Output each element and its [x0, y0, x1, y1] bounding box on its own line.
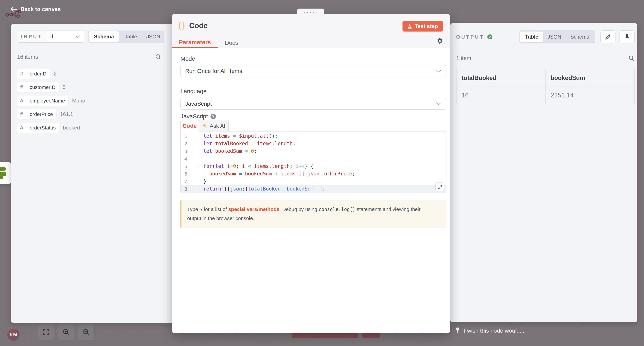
- back-to-canvas-label: Back to canvas: [20, 6, 61, 12]
- output-header-row: totalBookedbookedSum: [456, 69, 634, 87]
- code-token: [242, 148, 245, 154]
- fold-chevron-icon[interactable]: ⌄: [194, 162, 200, 170]
- code-token: =: [245, 148, 248, 154]
- code-line-1: 1let items = $input.all();: [181, 132, 446, 140]
- code-token: let: [203, 141, 212, 146]
- floating-input-node-if[interactable]: [0, 162, 12, 184]
- chevron-down-icon: [75, 35, 80, 38]
- code-token: bookedSum: [215, 148, 242, 154]
- arrow-left-icon: [10, 6, 17, 12]
- output-tab-json[interactable]: JSON: [544, 32, 565, 42]
- code-token: [254, 141, 257, 146]
- code-token: totalBooked: [215, 141, 248, 146]
- input-items-bar: 16 items: [17, 53, 161, 60]
- schema-field-customerID[interactable]: #customerID5: [17, 82, 66, 92]
- mode-select[interactable]: Run Once for All Items: [180, 65, 446, 77]
- expand-editor-button[interactable]: [435, 182, 444, 191]
- pencil-icon: [604, 34, 611, 40]
- fit-view-button[interactable]: [38, 324, 54, 340]
- tab-docs[interactable]: Docs: [218, 37, 245, 48]
- input-tab-schema[interactable]: Schema: [89, 31, 119, 42]
- output-cell: 2251.14: [546, 87, 634, 104]
- code-token: }}];: [314, 186, 325, 192]
- input-tab-json[interactable]: JSON: [143, 31, 164, 42]
- schema-field-orderID[interactable]: #orderID2: [17, 69, 56, 79]
- code-token: i: [227, 163, 230, 169]
- string-type-icon: A: [17, 123, 26, 133]
- node-feedback-link[interactable]: I wish this node would...: [455, 326, 524, 335]
- input-tab-table[interactable]: Table: [119, 31, 143, 42]
- feedback-label: I wish this node would...: [464, 328, 524, 334]
- code-token: ;: [236, 163, 242, 169]
- schema-field-orderPrice[interactable]: #orderPrice161.1: [17, 109, 73, 119]
- code-token: :{: [242, 186, 248, 192]
- code-token: ;: [254, 148, 257, 154]
- user-avatar[interactable]: KM: [7, 328, 20, 341]
- edit-output-button[interactable]: [600, 30, 616, 44]
- output-items-count: 1 item: [456, 55, 471, 62]
- code-token: 0: [251, 148, 254, 154]
- code-token: items: [215, 133, 230, 139]
- mode-label: Mode: [180, 55, 195, 62]
- zoom-out-button[interactable]: [78, 324, 94, 340]
- language-select[interactable]: JavaScript: [180, 98, 446, 110]
- input-source-select[interactable]: INPUT If: [17, 30, 84, 42]
- schema-field-orderStatus[interactable]: AorderStatusbooked: [17, 123, 80, 133]
- output-header-bar: OUTPUT TableJSONSchema: [456, 30, 634, 44]
- zoom-in-button[interactable]: [58, 324, 74, 340]
- tab-code[interactable]: Code: [180, 120, 199, 132]
- output-tab-table[interactable]: Table: [520, 32, 544, 42]
- line-number: 7: [181, 178, 193, 185]
- code-token: ;: [290, 163, 296, 169]
- line-number: 2: [181, 140, 193, 148]
- line-number: 5: [181, 162, 193, 170]
- tab-docs-label: Docs: [225, 40, 238, 46]
- code-token: orderPrice: [322, 171, 352, 176]
- if-node-icon: [0, 166, 8, 180]
- code-token: let: [215, 163, 224, 169]
- drag-handle[interactable]: [297, 8, 324, 14]
- code-token: length: [272, 163, 290, 169]
- chevron-down-icon: [436, 102, 442, 105]
- code-token: [242, 171, 245, 176]
- schema-field-employeeName[interactable]: AemployeeNameMario: [17, 96, 85, 106]
- code-token: ) {: [304, 163, 314, 169]
- code-token: 0: [233, 163, 236, 169]
- schema-field-value: Mario: [72, 98, 85, 104]
- zoom-in-icon: [62, 328, 70, 336]
- code-token: json: [230, 186, 242, 192]
- tab-parameters[interactable]: Parameters: [172, 37, 218, 48]
- avatar-initials: KM: [10, 332, 17, 338]
- code-token: let: [203, 148, 212, 154]
- node-settings-gear-icon[interactable]: [436, 38, 444, 45]
- output-data-table: totalBookedbookedSum 162251.14: [456, 69, 634, 104]
- schema-field-name: employeeName: [26, 96, 68, 106]
- code-line-6: 6 bookedSum = bookedSum + items[i].json.…: [181, 170, 446, 178]
- code-token: bookedSum: [286, 186, 314, 192]
- help-icon[interactable]: ?: [210, 114, 216, 119]
- output-tab-schema[interactable]: Schema: [565, 32, 594, 42]
- back-to-canvas-link[interactable]: Back to canvas: [10, 6, 61, 12]
- special-vars-link[interactable]: special vars/methods: [228, 206, 280, 212]
- test-step-button[interactable]: Test step: [402, 21, 443, 32]
- pin-data-button[interactable]: [620, 30, 634, 44]
- code-token: =: [233, 133, 236, 139]
- code-token: [212, 148, 215, 154]
- code-token: [272, 171, 275, 176]
- code-token: [{: [221, 186, 230, 192]
- search-icon[interactable]: [628, 55, 634, 62]
- tab-ask-ai[interactable]: Ask AI: [198, 120, 229, 132]
- input-panel-title: INPUT: [21, 34, 42, 40]
- code-token: [236, 171, 239, 176]
- code-token: let: [203, 133, 212, 139]
- code-token: items: [281, 171, 296, 176]
- code-token: ();: [269, 133, 278, 139]
- number-type-icon: #: [17, 109, 26, 119]
- output-column-bookedSum: bookedSum: [546, 69, 634, 87]
- search-icon[interactable]: [155, 54, 161, 60]
- node-details-modal: {} Code Test step Parameters Docs Mode R…: [172, 14, 450, 333]
- hint-text: Type $ for a list of: [187, 206, 228, 212]
- code-token: =: [230, 163, 233, 169]
- code-token: ;: [293, 141, 296, 146]
- code-editor[interactable]: 1let items = $input.all();2let totalBook…: [180, 131, 446, 193]
